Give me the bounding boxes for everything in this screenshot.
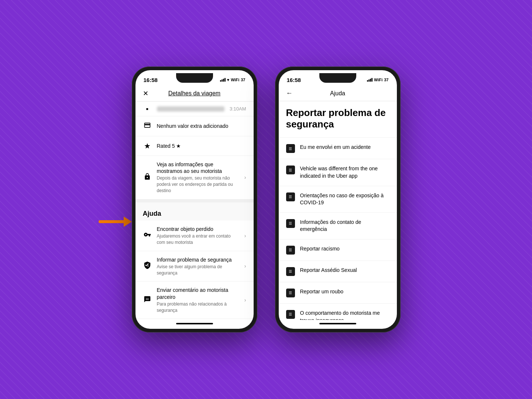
report-item-text-5: Reportar Assédio Sexual [300,267,389,274]
stop-icon: ■ [143,107,152,111]
battery-icon-1: 37 [241,78,245,82]
security-icon [143,261,152,271]
status-time-2: 16:58 [287,77,301,83]
report-item-7[interactable]: O comportamento do motorista me trouxe i… [279,304,397,320]
report-item-text-7: O comportamento do motorista me trouxe i… [300,310,389,320]
status-icons-1: ▾ WiFi 37 [220,78,245,82]
report-item-text-4: Reportar racismo [300,245,389,253]
home-indicator-1 [135,320,254,329]
section-divider-1 [135,200,254,202]
report-icon-5 [286,267,295,276]
phone-2: 16:58 ▲ WiFi 37 [275,66,401,332]
chevron-icon-comment: › [244,297,246,303]
comment-item-subtitle: Para problemas não relacionados à segura… [157,301,239,314]
signal-icon-1 [220,78,226,82]
trip-item-rated: ★ Rated 5 ★ [135,136,254,156]
lost-item-subtitle: Ajudaremos você a entrar em contato com … [157,233,239,246]
report-item-text-6: Reportar um roubo [300,288,389,296]
trip-item-no-extra: Nenhum valor extra adicionado [135,116,254,136]
help-section-header: Ajuda [135,202,254,221]
security-item-title: Informar problema de segurança [157,256,239,263]
wifi-icon-1: ▾ [227,78,229,82]
phone-shell-1: 16:58 ✈ ▾ WiFi 37 [132,66,257,332]
report-icon-6 [286,289,295,297]
report-item-text-3: Informações do contato de emergência [300,219,389,233]
no-extra-label: Nenhum valor extra adicionado [157,123,246,129]
help-item-lost[interactable]: Encontrar objeto perdido Ajudaremos você… [135,221,254,251]
phone-screen-1: 16:58 ✈ ▾ WiFi 37 [135,70,254,329]
report-header: Reportar problema de segurança [279,101,397,138]
lock-icon [143,173,152,182]
driver-info-content: Veja as informações que mostramos ao seu… [157,161,239,194]
security-item-subtitle: Avise se tiver algum problema de seguran… [157,264,239,276]
close-button-1[interactable]: ✕ [143,89,154,98]
report-item-5[interactable]: Reportar Assédio Sexual [279,261,397,282]
comment-icon [143,296,152,305]
home-indicator-2 [279,320,397,329]
screen-content-1: ■ 3:10AM Nenhum valor extra adicionado [135,102,254,320]
star-icon: ★ [143,141,152,150]
report-icon-2 [286,192,295,201]
nav-title-2: Ajuda [297,90,378,97]
chevron-icon-lost: › [244,233,246,239]
rated-label: Rated 5 ★ [157,143,246,149]
nav-title-1: Detalhes da viagem [154,90,235,97]
trip-item-driver-info[interactable]: Veja as informações que mostramos ao seu… [135,156,254,200]
report-item-text-1: Vehicle was different from the one indic… [300,165,389,180]
chevron-icon-driver: › [244,174,246,180]
chevron-icon-security: › [244,263,246,269]
trip-item-rated-content: Rated 5 ★ [157,143,246,149]
nav-bar-2: ← Ajuda [279,86,397,101]
report-item-text-0: Eu me envolvi em um acidente [300,144,389,151]
status-time-1: 16:58 [144,77,158,83]
report-icon-7 [286,310,295,319]
phone-1: 16:58 ✈ ▾ WiFi 37 [132,66,257,332]
nav-bar-1: ✕ Detalhes da viagem [135,86,254,102]
phone-screen-2: 16:58 ▲ WiFi 37 [279,70,397,329]
report-item-1[interactable]: Vehicle was different from the one indic… [279,159,397,186]
help-item-comment[interactable]: Enviar comentário ao motorista parceiro … [135,282,254,319]
report-icon-3 [286,219,295,228]
address-time: 3:10AM [230,106,246,112]
payment-icon [143,122,152,131]
lost-item-title: Encontrar objeto perdido [157,226,239,232]
back-button-2[interactable]: ← [286,89,297,97]
report-title: Reportar problema de segurança [286,107,389,130]
trip-item-no-extra-content: Nenhum valor extra adicionado [157,123,246,129]
lost-item-content: Encontrar objeto perdido Ajudaremos você… [157,226,239,246]
report-item-6[interactable]: Reportar um roubo [279,282,397,304]
security-item-content: Informar problema de segurança Avise se … [157,256,239,276]
key-icon [143,231,152,240]
status-icons-2: WiFi 37 [367,78,388,82]
report-icon-0 [286,144,295,153]
phone-shell-2: 16:58 ▲ WiFi 37 [275,66,401,332]
help-item-security[interactable]: Informar problema de segurança Avise se … [135,251,254,282]
report-icon-1 [286,166,295,174]
wifi-symbol-1: WiFi [231,78,239,82]
driver-info-title: Veja as informações que mostramos ao seu… [157,161,239,174]
report-item-text-2: Orientações no caso de exposição à COVID… [300,192,389,207]
report-icon-4 [286,246,295,255]
battery-icon-2: 37 [384,78,388,82]
phone-notch-1 [176,73,213,83]
report-item-0[interactable]: Eu me envolvi em um acidente [279,138,397,159]
wifi-icon-2: WiFi [374,78,382,82]
report-item-3[interactable]: Informações do contato de emergência [279,213,397,239]
signal-icon-2 [367,78,373,82]
comment-item-title: Enviar comentário ao motorista parceiro [157,287,239,300]
address-row: ■ 3:10AM [135,102,254,116]
address-blurred [157,106,224,112]
driver-info-subtitle: Depois da viagem, seu motorista não pode… [157,175,239,194]
comment-item-content: Enviar comentário ao motorista parceiro … [157,287,239,313]
report-item-4[interactable]: Reportar racismo [279,239,397,261]
phone-notch-2 [319,73,356,83]
report-item-2[interactable]: Orientações no caso de exposição à COVID… [279,186,397,213]
screen-content-2: Reportar problema de segurança Eu me env… [279,101,397,320]
